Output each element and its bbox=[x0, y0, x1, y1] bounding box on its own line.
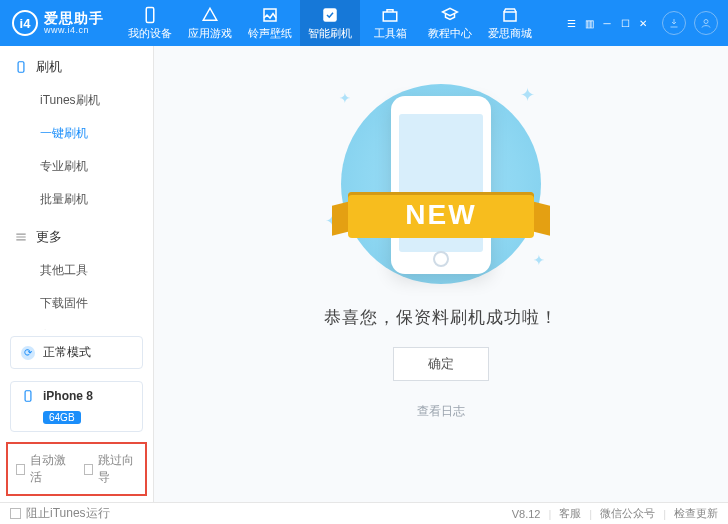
user-button[interactable] bbox=[694, 11, 718, 35]
flash-icon bbox=[321, 6, 339, 24]
window-controls: ☰ ▥ ─ ☐ ✕ bbox=[564, 16, 650, 30]
update-link[interactable]: 检查更新 bbox=[674, 506, 718, 521]
new-ribbon: NEW bbox=[336, 188, 546, 242]
device-icon bbox=[21, 389, 35, 403]
sidebar-item-batch-flash[interactable]: 批量刷机 bbox=[0, 183, 153, 216]
brand-logo: i4 bbox=[12, 10, 38, 36]
svg-rect-0 bbox=[146, 7, 154, 22]
sidebar-section-more[interactable]: 更多 bbox=[0, 222, 153, 252]
sidebar-bottom-options: 自动激活 跳过向导 bbox=[6, 442, 147, 496]
app-header: i4 爱思助手 www.i4.cn 我的设备 应用游戏 铃声壁纸 智能刷机 工具… bbox=[0, 0, 728, 46]
svg-rect-6 bbox=[18, 62, 24, 73]
checkbox-label: 自动激活 bbox=[30, 452, 69, 486]
checkbox-icon bbox=[84, 464, 93, 475]
tab-apps[interactable]: 应用游戏 bbox=[180, 0, 240, 46]
tab-ringtones[interactable]: 铃声壁纸 bbox=[240, 0, 300, 46]
tab-tutorial[interactable]: 教程中心 bbox=[420, 0, 480, 46]
menu-button[interactable]: ☰ bbox=[564, 16, 578, 30]
brand-name: 爱思助手 bbox=[44, 11, 104, 26]
section-title: 更多 bbox=[36, 228, 62, 246]
main-panel: ✦ ✦ ✦ ✦ NEW 恭喜您，保资料刷机成功啦！ 确定 查看日志 bbox=[154, 46, 728, 502]
version-label: V8.12 bbox=[512, 508, 541, 520]
checkbox-label: 跳过向导 bbox=[98, 452, 137, 486]
user-icon bbox=[700, 17, 712, 29]
tab-label: 我的设备 bbox=[128, 26, 172, 41]
checkbox-icon bbox=[16, 464, 25, 475]
sparkle-icon: ✦ bbox=[520, 84, 535, 106]
svg-rect-7 bbox=[25, 391, 31, 402]
mode-card[interactable]: ⟳ 正常模式 bbox=[10, 336, 143, 369]
sparkle-icon: ✦ bbox=[339, 90, 351, 106]
checkbox-skip-guide[interactable]: 跳过向导 bbox=[84, 452, 138, 486]
refresh-icon: ⟳ bbox=[21, 346, 35, 360]
phone-icon bbox=[14, 60, 28, 74]
status-bar: 阻止iTunes运行 V8.12 | 客服 | 微信公众号 | 检查更新 bbox=[0, 502, 728, 524]
brand: i4 爱思助手 www.i4.cn bbox=[0, 10, 114, 36]
svg-rect-3 bbox=[383, 12, 397, 21]
tab-label: 铃声壁纸 bbox=[248, 26, 292, 41]
success-illustration: ✦ ✦ ✦ ✦ NEW bbox=[311, 76, 571, 276]
sidebar-item-download-fw[interactable]: 下载固件 bbox=[0, 287, 153, 320]
header-right: ☰ ▥ ─ ☐ ✕ bbox=[564, 11, 728, 35]
checkbox-label: 阻止iTunes运行 bbox=[26, 505, 110, 522]
toolbox-icon bbox=[381, 6, 399, 24]
section-title: 刷机 bbox=[36, 58, 62, 76]
tab-label: 智能刷机 bbox=[308, 26, 352, 41]
mall-icon bbox=[501, 6, 519, 24]
download-icon bbox=[668, 17, 680, 29]
device-icon bbox=[141, 6, 159, 24]
sidebar-item-other-tools[interactable]: 其他工具 bbox=[0, 254, 153, 287]
minimize-button[interactable]: ─ bbox=[600, 16, 614, 30]
tab-label: 工具箱 bbox=[374, 26, 407, 41]
tab-mall[interactable]: 爱思商城 bbox=[480, 0, 540, 46]
checkbox-icon bbox=[10, 508, 21, 519]
apps-icon bbox=[201, 6, 219, 24]
device-card[interactable]: iPhone 8 64GB bbox=[10, 381, 143, 432]
wechat-link[interactable]: 微信公众号 bbox=[600, 506, 655, 521]
tab-flash[interactable]: 智能刷机 bbox=[300, 0, 360, 46]
tab-toolbox[interactable]: 工具箱 bbox=[360, 0, 420, 46]
tab-label: 爱思商城 bbox=[488, 26, 532, 41]
sidebar-item-onekey-flash[interactable]: 一键刷机 bbox=[0, 117, 153, 150]
sidebar-section-flash[interactable]: 刷机 bbox=[0, 52, 153, 82]
tab-label: 教程中心 bbox=[428, 26, 472, 41]
ribbon-text: NEW bbox=[405, 199, 476, 231]
sparkle-icon: ✦ bbox=[533, 252, 545, 268]
maximize-button[interactable]: ☐ bbox=[618, 16, 632, 30]
download-button[interactable] bbox=[662, 11, 686, 35]
lock-button[interactable]: ▥ bbox=[582, 16, 596, 30]
tutorial-icon bbox=[441, 6, 459, 24]
svg-rect-2 bbox=[323, 8, 337, 22]
sidebar: 刷机 iTunes刷机 一键刷机 专业刷机 批量刷机 更多 其他工具 下载固件 … bbox=[0, 46, 154, 502]
brand-url: www.i4.cn bbox=[44, 26, 104, 35]
tab-devices[interactable]: 我的设备 bbox=[120, 0, 180, 46]
checkbox-block-itunes[interactable]: 阻止iTunes运行 bbox=[10, 505, 110, 522]
storage-badge: 64GB bbox=[43, 411, 81, 424]
sidebar-item-advanced[interactable]: 高级功能 bbox=[0, 320, 153, 330]
wallpaper-icon bbox=[261, 6, 279, 24]
tab-label: 应用游戏 bbox=[188, 26, 232, 41]
checkbox-auto-activate[interactable]: 自动激活 bbox=[16, 452, 70, 486]
more-icon bbox=[14, 230, 28, 244]
ok-button[interactable]: 确定 bbox=[393, 347, 489, 381]
sidebar-item-pro-flash[interactable]: 专业刷机 bbox=[0, 150, 153, 183]
support-link[interactable]: 客服 bbox=[559, 506, 581, 521]
mode-label: 正常模式 bbox=[43, 344, 91, 361]
view-log-link[interactable]: 查看日志 bbox=[417, 403, 465, 420]
svg-point-5 bbox=[704, 20, 708, 24]
phone-illustration bbox=[391, 96, 491, 274]
success-message: 恭喜您，保资料刷机成功啦！ bbox=[324, 306, 558, 329]
close-button[interactable]: ✕ bbox=[636, 16, 650, 30]
device-name: iPhone 8 bbox=[43, 389, 93, 403]
sidebar-item-itunes-flash[interactable]: iTunes刷机 bbox=[0, 84, 153, 117]
svg-rect-4 bbox=[504, 12, 516, 21]
main-tabs: 我的设备 应用游戏 铃声壁纸 智能刷机 工具箱 教程中心 爱思商城 bbox=[120, 0, 540, 46]
